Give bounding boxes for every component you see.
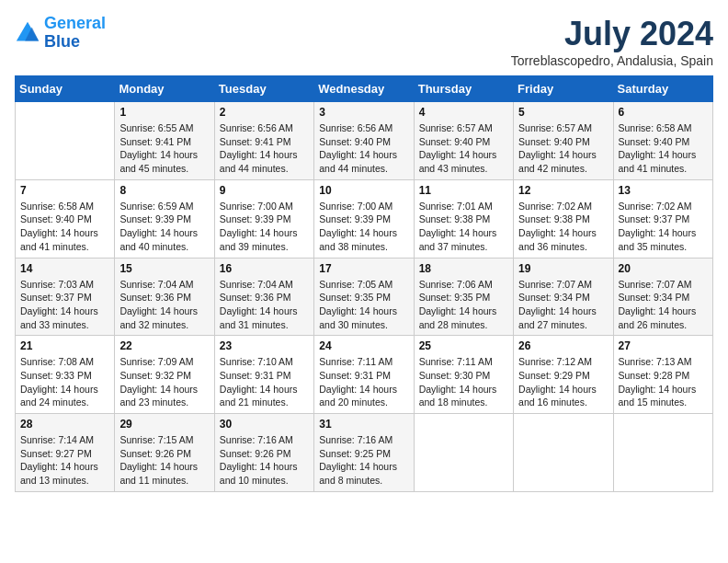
day-info: Sunrise: 7:16 AMSunset: 9:25 PMDaylight:… [319,433,408,488]
day-cell: 29Sunrise: 7:15 AMSunset: 9:26 PMDayligh… [115,414,214,492]
calendar-header-row: SundayMondayTuesdayWednesdayThursdayFrid… [16,76,713,102]
day-cell: 2Sunrise: 6:56 AMSunset: 9:41 PMDaylight… [214,102,313,180]
week-row-3: 14Sunrise: 7:03 AMSunset: 9:37 PMDayligh… [16,258,713,336]
header-sunday: Sunday [16,76,115,102]
day-info: Sunrise: 7:02 AMSunset: 9:37 PMDaylight:… [619,200,708,254]
logo: GeneralBlue [15,15,106,52]
day-number: 2 [220,106,309,119]
day-number: 4 [419,106,508,119]
day-cell: 27Sunrise: 7:13 AMSunset: 9:28 PMDayligh… [613,336,712,414]
header-thursday: Thursday [414,76,513,102]
day-cell: 22Sunrise: 7:09 AMSunset: 9:32 PMDayligh… [115,336,214,414]
day-cell: 7Sunrise: 6:58 AMSunset: 9:40 PMDaylight… [16,179,115,258]
day-cell: 4Sunrise: 6:57 AMSunset: 9:40 PMDaylight… [414,102,513,180]
day-info: Sunrise: 6:57 AMSunset: 9:40 PMDaylight:… [419,121,508,176]
day-info: Sunrise: 7:01 AMSunset: 9:38 PMDaylight:… [419,200,508,254]
header-friday: Friday [514,76,613,102]
day-info: Sunrise: 7:13 AMSunset: 9:28 PMDaylight:… [619,355,708,409]
day-cell: 16Sunrise: 7:04 AMSunset: 9:36 PMDayligh… [214,258,313,336]
day-cell: 10Sunrise: 7:00 AMSunset: 9:39 PMDayligh… [314,179,414,258]
header-tuesday: Tuesday [214,76,313,102]
day-cell: 1Sunrise: 6:55 AMSunset: 9:41 PMDaylight… [115,102,214,180]
day-number: 28 [20,418,109,431]
title-area: July 2024 Torreblascopedro, Andalusia, S… [511,15,713,68]
day-cell: 14Sunrise: 7:03 AMSunset: 9:37 PMDayligh… [16,258,115,336]
day-number: 10 [319,184,408,197]
day-number: 25 [419,339,508,352]
day-cell: 5Sunrise: 6:57 AMSunset: 9:40 PMDaylight… [514,102,613,180]
day-info: Sunrise: 6:59 AMSunset: 9:39 PMDaylight:… [119,200,209,254]
day-number: 3 [319,106,408,119]
day-number: 1 [119,106,209,119]
day-cell: 31Sunrise: 7:16 AMSunset: 9:25 PMDayligh… [314,414,414,492]
week-row-2: 7Sunrise: 6:58 AMSunset: 9:40 PMDaylight… [16,179,713,258]
day-cell [414,414,513,492]
day-cell: 3Sunrise: 6:56 AMSunset: 9:40 PMDaylight… [314,102,414,180]
week-row-4: 21Sunrise: 7:08 AMSunset: 9:33 PMDayligh… [16,336,713,414]
day-number: 5 [518,106,608,119]
day-info: Sunrise: 7:04 AMSunset: 9:36 PMDaylight:… [119,278,209,332]
day-cell: 17Sunrise: 7:05 AMSunset: 9:35 PMDayligh… [314,258,414,336]
day-info: Sunrise: 7:00 AMSunset: 9:39 PMDaylight:… [220,200,309,254]
day-number: 12 [518,184,608,197]
day-number: 8 [119,184,209,197]
header-wednesday: Wednesday [314,76,414,102]
day-cell: 21Sunrise: 7:08 AMSunset: 9:33 PMDayligh… [16,336,115,414]
day-info: Sunrise: 7:09 AMSunset: 9:32 PMDaylight:… [119,355,209,409]
day-info: Sunrise: 7:07 AMSunset: 9:34 PMDaylight:… [619,278,708,332]
day-info: Sunrise: 7:00 AMSunset: 9:39 PMDaylight:… [319,200,408,254]
day-cell: 13Sunrise: 7:02 AMSunset: 9:37 PMDayligh… [613,179,712,258]
day-info: Sunrise: 7:10 AMSunset: 9:31 PMDaylight:… [220,355,309,409]
day-number: 13 [619,184,708,197]
day-cell [514,414,613,492]
day-info: Sunrise: 6:58 AMSunset: 9:40 PMDaylight:… [619,121,708,176]
day-info: Sunrise: 7:06 AMSunset: 9:35 PMDaylight:… [419,278,508,332]
day-number: 30 [220,418,309,431]
day-info: Sunrise: 6:57 AMSunset: 9:40 PMDaylight:… [518,121,608,176]
day-info: Sunrise: 7:04 AMSunset: 9:36 PMDaylight:… [220,278,309,332]
day-number: 31 [319,418,408,431]
logo-text: GeneralBlue [44,15,106,52]
day-number: 7 [20,184,109,197]
day-cell: 23Sunrise: 7:10 AMSunset: 9:31 PMDayligh… [214,336,313,414]
day-cell: 20Sunrise: 7:07 AMSunset: 9:34 PMDayligh… [613,258,712,336]
day-cell: 9Sunrise: 7:00 AMSunset: 9:39 PMDaylight… [214,179,313,258]
day-number: 20 [619,262,708,275]
day-cell: 18Sunrise: 7:06 AMSunset: 9:35 PMDayligh… [414,258,513,336]
day-info: Sunrise: 7:11 AMSunset: 9:30 PMDaylight:… [419,355,508,409]
day-number: 22 [119,339,209,352]
day-info: Sunrise: 7:05 AMSunset: 9:35 PMDaylight:… [319,278,408,332]
week-row-1: 1Sunrise: 6:55 AMSunset: 9:41 PMDaylight… [16,102,713,180]
day-number: 15 [119,262,209,275]
month-year-title: July 2024 [511,15,713,53]
day-number: 21 [20,339,109,352]
day-info: Sunrise: 6:56 AMSunset: 9:41 PMDaylight:… [220,121,309,176]
day-cell [613,414,712,492]
day-number: 16 [220,262,309,275]
day-cell: 26Sunrise: 7:12 AMSunset: 9:29 PMDayligh… [514,336,613,414]
day-number: 17 [319,262,408,275]
day-number: 19 [518,262,608,275]
day-cell [16,102,115,180]
day-cell: 12Sunrise: 7:02 AMSunset: 9:38 PMDayligh… [514,179,613,258]
day-info: Sunrise: 6:56 AMSunset: 9:40 PMDaylight:… [319,121,408,176]
header-monday: Monday [115,76,214,102]
day-cell: 25Sunrise: 7:11 AMSunset: 9:30 PMDayligh… [414,336,513,414]
day-info: Sunrise: 6:55 AMSunset: 9:41 PMDaylight:… [119,121,209,176]
day-number: 24 [319,339,408,352]
day-cell: 24Sunrise: 7:11 AMSunset: 9:31 PMDayligh… [314,336,414,414]
day-info: Sunrise: 7:02 AMSunset: 9:38 PMDaylight:… [518,200,608,254]
header-saturday: Saturday [613,76,712,102]
day-number: 14 [20,262,109,275]
day-info: Sunrise: 7:03 AMSunset: 9:37 PMDaylight:… [20,278,109,332]
day-info: Sunrise: 7:07 AMSunset: 9:34 PMDaylight:… [518,278,608,332]
calendar-table: SundayMondayTuesdayWednesdayThursdayFrid… [15,75,713,492]
day-number: 9 [220,184,309,197]
day-cell: 30Sunrise: 7:16 AMSunset: 9:26 PMDayligh… [214,414,313,492]
day-cell: 28Sunrise: 7:14 AMSunset: 9:27 PMDayligh… [16,414,115,492]
day-info: Sunrise: 7:11 AMSunset: 9:31 PMDaylight:… [319,355,408,409]
day-cell: 19Sunrise: 7:07 AMSunset: 9:34 PMDayligh… [514,258,613,336]
day-number: 23 [220,339,309,352]
day-number: 26 [518,339,608,352]
day-info: Sunrise: 7:15 AMSunset: 9:26 PMDaylight:… [119,433,209,488]
